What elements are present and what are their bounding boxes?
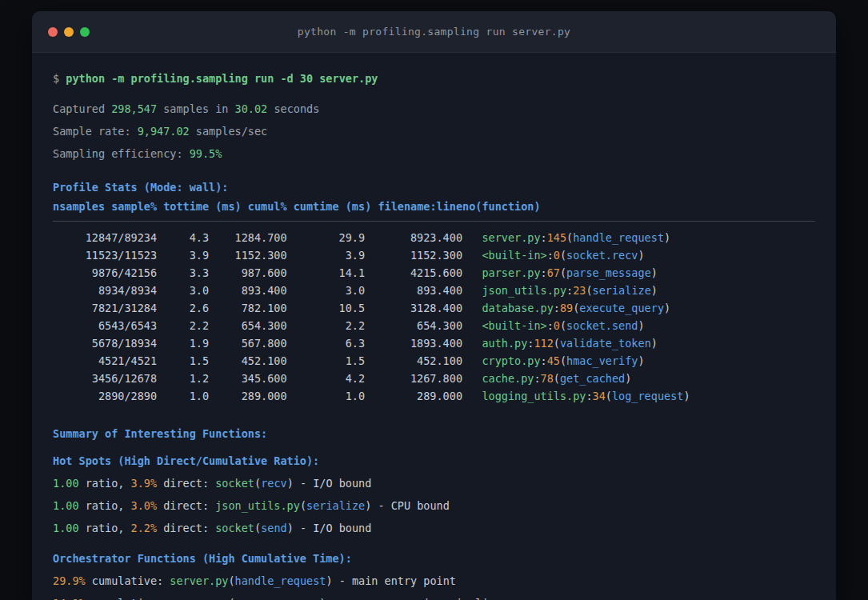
- text-segment: server.py: [170, 574, 228, 587]
- text-segment: 14.1%: [53, 597, 86, 600]
- orchestrator-line-2: 14.1% cumulative: parser.py(parse_messag…: [53, 592, 815, 600]
- text-segment: <built-in>: [482, 249, 546, 262]
- text-segment: (: [254, 522, 261, 534]
- text-segment: crypto.py: [482, 354, 540, 367]
- text-segment: 0: [554, 319, 560, 332]
- stats-row: 5678/189341.9567.8006.31893.400auth.py:1…: [53, 334, 815, 352]
- text-segment: ): [683, 390, 690, 402]
- text-segment: - CPU bound: [371, 499, 450, 512]
- stats-cell: 6543/6543: [53, 317, 157, 334]
- text-segment: ): [287, 522, 294, 534]
- stats-table-header: nsamples sample% tottime (ms) cumul% cum…: [53, 198, 815, 214]
- stats-row: 8934/89343.0893.4003.0893.400json_utils.…: [53, 282, 815, 299]
- stats-row: 3456/126781.2345.6004.21267.800cache.py:…: [53, 370, 815, 387]
- text-segment: send: [261, 522, 287, 534]
- text-segment: ): [651, 266, 658, 279]
- stats-cell: 7821/31284: [53, 299, 157, 317]
- hot-spot-line-3: 1.00 ratio, 2.2% direct: socket(send) - …: [53, 517, 815, 539]
- text-segment: ): [664, 231, 670, 244]
- text-segment: (: [606, 390, 612, 402]
- text-segment: socket: [215, 477, 254, 490]
- stats-cell: 2.6: [157, 299, 209, 317]
- text-segment: (: [560, 266, 566, 279]
- hot-spots-heading: Hot Spots (High Direct/Cumulative Ratio)…: [53, 450, 815, 472]
- stats-cell: 1152.300: [209, 246, 287, 264]
- text-segment: 1.00: [53, 522, 79, 534]
- text-segment: server.py: [482, 231, 540, 244]
- stats-row: 9876/421563.3987.60014.14215.600parser.p…: [53, 264, 815, 282]
- text-segment: 67: [547, 266, 560, 279]
- text-segment: database.py: [482, 302, 553, 314]
- text-segment: Orchestrator Functions (High Cumulative …: [53, 552, 352, 565]
- stats-cell: 3.9: [287, 246, 366, 264]
- profile-stats-heading: Profile Stats (Mode: wall):: [53, 176, 815, 198]
- text-segment: ): [638, 319, 645, 332]
- stats-cell: 2.2: [287, 317, 366, 334]
- stats-cell: 3.9: [157, 246, 209, 264]
- stats-cell: 1.0: [157, 387, 209, 405]
- stats-cell: 4.3: [157, 229, 209, 246]
- stats-function: json_utils.py:23(serialize): [462, 284, 658, 297]
- table-divider: [53, 221, 815, 222]
- text-segment: ratio,: [79, 522, 131, 534]
- stats-function: logging_utils.py:34(log_request): [462, 390, 690, 402]
- stats-cell: 987.600: [209, 264, 287, 282]
- text-segment: parse_message: [235, 597, 320, 600]
- titlebar: python -m profiling.sampling run server.…: [32, 11, 836, 53]
- orchestrator-heading: Orchestrator Functions (High Cumulative …: [53, 547, 815, 570]
- text-segment: (: [300, 499, 306, 512]
- stats-function: cache.py:78(get_cached): [462, 372, 631, 385]
- text-segment: 78: [541, 372, 554, 385]
- terminal-window: python -m profiling.sampling run server.…: [32, 11, 836, 600]
- text-segment: ): [287, 477, 294, 490]
- text-segment: :: [547, 319, 554, 332]
- text-segment: handle_request: [573, 231, 664, 244]
- stats-cell: 1893.400: [365, 334, 462, 352]
- text-segment: seconds: [267, 102, 319, 115]
- stats-cell: 345.600: [209, 370, 287, 387]
- text-segment: execute_query: [579, 302, 664, 314]
- stats-cell: 9876/42156: [53, 264, 157, 282]
- stats-row: 6543/65432.2654.3002.2654.300<built-in>:…: [53, 317, 815, 334]
- text-segment: Summary of Interesting Functions:: [53, 427, 267, 440]
- stats-cell: 654.300: [365, 317, 462, 334]
- hot-spot-line-1: 1.00 ratio, 3.9% direct: socket(recv) - …: [53, 472, 815, 494]
- stats-cell: 1.5: [157, 352, 209, 370]
- text-segment: (: [228, 597, 234, 600]
- stats-cell: 3128.400: [365, 299, 462, 317]
- text-segment: recv: [261, 477, 287, 490]
- stats-cell: 1152.300: [365, 246, 462, 264]
- text-segment: :: [541, 231, 547, 244]
- text-segment: ratio,: [79, 499, 131, 512]
- text-segment: 3.0%: [131, 499, 158, 512]
- text-segment: ratio,: [79, 477, 131, 490]
- text-segment: 9,947.02: [138, 125, 190, 138]
- text-segment: samples/sec: [190, 125, 268, 138]
- stats-cell: 782.100: [209, 299, 287, 317]
- text-segment: get_cached: [560, 372, 625, 385]
- text-segment: validate_token: [560, 337, 651, 350]
- text-segment: :: [586, 390, 592, 402]
- text-segment: (: [586, 284, 592, 297]
- text-segment: 23: [573, 284, 586, 297]
- text-segment: Sample rate:: [53, 125, 138, 138]
- text-segment: :: [534, 372, 540, 385]
- text-segment: 0: [554, 249, 560, 262]
- text-segment: (: [560, 249, 566, 262]
- text-segment: (: [560, 354, 566, 367]
- stats-cell: 3.3: [157, 264, 209, 282]
- text-segment: socket.send: [566, 319, 638, 332]
- text-segment: Captured: [53, 102, 111, 115]
- stats-cell: 893.400: [209, 282, 287, 299]
- text-segment: python -m profiling.sampling run -d 30 s…: [66, 72, 378, 85]
- text-segment: direct:: [157, 522, 215, 534]
- captured-samples-line: Captured 298,547 samples in 30.02 second…: [53, 98, 815, 120]
- text-segment: serialize: [306, 499, 365, 512]
- text-segment: 3.9%: [131, 477, 158, 490]
- stats-function: <built-in>:0(socket.send): [462, 319, 645, 332]
- text-segment: socket.recv: [566, 249, 638, 262]
- stats-row: 11523/115233.91152.3003.91152.300<built-…: [53, 246, 815, 264]
- text-segment: samples in: [157, 102, 235, 115]
- stats-cell: 6.3: [287, 334, 366, 352]
- terminal-content: $ python -m profiling.sampling run -d 30…: [32, 53, 836, 600]
